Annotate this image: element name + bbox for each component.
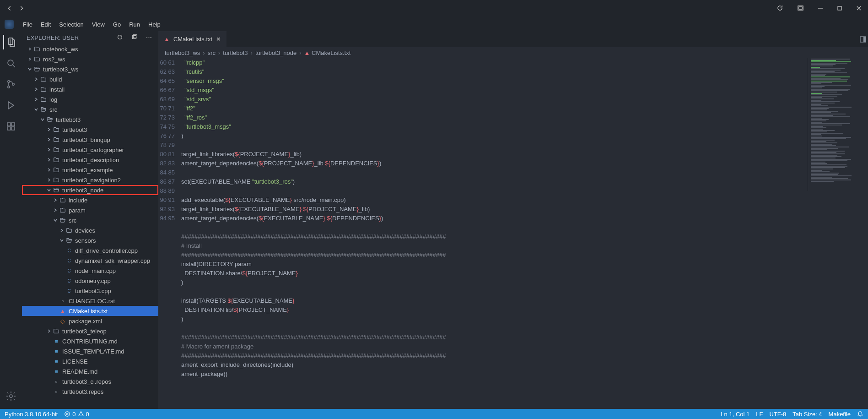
- file-tree[interactable]: notebook_wsros2_wsturtlebot3_wsbuildinst…: [22, 44, 158, 409]
- breadcrumb-segment[interactable]: turtlebot3: [223, 49, 248, 56]
- toggle-panel-icon[interactable]: [857, 34, 868, 46]
- status-problems[interactable]: 0 0: [64, 411, 89, 418]
- minimize-icon[interactable]: [816, 4, 825, 14]
- menu-run[interactable]: Run: [125, 19, 144, 30]
- tab-cmakelists[interactable]: ▲ CMakeLists.txt ✕: [158, 31, 226, 47]
- more-actions-icon[interactable]: ⋯: [144, 32, 154, 44]
- collapse-folders-icon[interactable]: [129, 32, 140, 44]
- tree-item-turtlebot3-repos[interactable]: ▫turtlebot3.repos: [22, 386, 158, 397]
- tree-item-turtlebot3-navigation2[interactable]: turtlebot3_navigation2: [22, 175, 158, 185]
- refresh-explorer-icon[interactable]: [115, 32, 125, 44]
- cmake-file-icon: ▲: [164, 36, 170, 43]
- tree-item-license[interactable]: ≡LICENSE: [22, 356, 158, 366]
- nav-forward-icon[interactable]: [16, 3, 27, 15]
- menu-go[interactable]: Go: [109, 19, 124, 30]
- tree-item-turtlebot3-cpp[interactable]: Cturtlebot3.cpp: [22, 286, 158, 296]
- chevron-icon: [46, 158, 52, 162]
- tree-item-build[interactable]: build: [22, 74, 158, 84]
- menu-view[interactable]: View: [88, 19, 108, 30]
- breadcrumbs[interactable]: turtlebot3_ws›src›turtlebot3›turtlebot3_…: [158, 47, 868, 58]
- source-control-icon[interactable]: [4, 77, 18, 92]
- tree-item-label: notebook_ws: [43, 46, 78, 53]
- reload-icon[interactable]: [775, 3, 785, 15]
- tree-item-turtlebot3-node[interactable]: turtlebot3_node: [22, 185, 158, 195]
- code-editor[interactable]: 60 61 62 63 64 65 66 67 68 69 70 71 72 7…: [158, 58, 868, 409]
- status-encoding[interactable]: UTF-8: [769, 411, 786, 418]
- chevron-icon: [46, 147, 52, 152]
- tree-item-label: diff_drive_controller.cpp: [75, 247, 138, 254]
- menu-edit[interactable]: Edit: [37, 19, 54, 30]
- tree-item-sensors[interactable]: sensors: [22, 235, 158, 245]
- folder-icon: [33, 66, 41, 72]
- chevron-icon: [33, 107, 39, 112]
- tree-item-package-xml[interactable]: ◇package.xml: [22, 316, 158, 326]
- menu-selection[interactable]: Selection: [55, 19, 87, 30]
- svg-rect-3: [838, 6, 841, 10]
- tree-item-dynamixel-sdk-wrapper-cpp[interactable]: Cdynamixel_sdk_wrapper.cpp: [22, 256, 158, 266]
- tree-item-label: turtlebot3: [56, 116, 81, 123]
- chevron-icon: [46, 329, 52, 333]
- tree-item-turtlebot3-ci-repos[interactable]: ▫turtlebot3_ci.repos: [22, 376, 158, 386]
- status-bell-icon[interactable]: [857, 411, 863, 417]
- breadcrumb-segment[interactable]: ▲ CMakeLists.txt: [304, 49, 351, 56]
- breadcrumb-segment[interactable]: turtlebot3_ws: [165, 49, 200, 56]
- tab-label: CMakeLists.txt: [173, 36, 212, 43]
- tree-item-notebook-ws[interactable]: notebook_ws: [22, 44, 158, 54]
- tree-item-turtlebot3-ws[interactable]: turtlebot3_ws: [22, 64, 158, 74]
- extensions-icon[interactable]: [4, 119, 18, 134]
- tree-item-turtlebot3-description[interactable]: turtlebot3_description: [22, 155, 158, 165]
- status-tab-size[interactable]: Tab Size: 4: [793, 411, 822, 418]
- tree-item-turtlebot3-cartographer[interactable]: turtlebot3_cartographer: [22, 145, 158, 155]
- tree-item-src[interactable]: src: [22, 215, 158, 225]
- folder-icon: [39, 96, 48, 103]
- minimap[interactable]: [808, 58, 858, 191]
- menu-file[interactable]: File: [19, 19, 36, 30]
- tree-item-turtlebot3-bringup[interactable]: turtlebot3_bringup: [22, 135, 158, 145]
- tree-item-include[interactable]: include: [22, 195, 158, 205]
- tree-item-label: turtlebot3_ws: [43, 66, 78, 73]
- tree-item-issue-template-md[interactable]: ≡ISSUE_TEMPLATE.md: [22, 346, 158, 356]
- folder-icon: [59, 197, 67, 203]
- menu-help[interactable]: Help: [145, 19, 164, 30]
- tree-item-changelog-rst[interactable]: ▫CHANGELOG.rst: [22, 296, 158, 306]
- tab-close-icon[interactable]: ✕: [216, 36, 221, 43]
- tree-item-diff-drive-controller-cpp[interactable]: Cdiff_drive_controller.cpp: [22, 245, 158, 256]
- tree-item-install[interactable]: install: [22, 84, 158, 94]
- search-icon[interactable]: [4, 56, 18, 71]
- code-content[interactable]: "rclcpp" "rcutils" "sensor_msgs" "std_ms…: [181, 58, 446, 409]
- status-language[interactable]: Makefile: [829, 411, 851, 418]
- status-python[interactable]: Python 3.8.10 64-bit: [5, 411, 58, 418]
- status-ln-col[interactable]: Ln 1, Col 1: [721, 411, 749, 418]
- breadcrumb-segment[interactable]: turtlebot3_node: [255, 49, 297, 56]
- explorer-icon[interactable]: [3, 35, 18, 49]
- settings-gear-icon[interactable]: [4, 389, 18, 403]
- tree-item-odometry-cpp[interactable]: Codometry.cpp: [22, 276, 158, 286]
- tree-item-src[interactable]: src: [22, 104, 158, 114]
- tree-item-turtlebot3-example[interactable]: turtlebot3_example: [22, 165, 158, 175]
- run-debug-icon[interactable]: [4, 98, 18, 113]
- nav-back-icon[interactable]: [5, 3, 15, 15]
- chevron-icon: [52, 218, 59, 223]
- tree-item-node-main-cpp[interactable]: Cnode_main.cpp: [22, 266, 158, 276]
- tree-item-readme-md[interactable]: ≡README.md: [22, 366, 158, 376]
- tree-item-turtlebot3[interactable]: turtlebot3: [22, 114, 158, 125]
- tree-item-label: CONTRIBUTING.md: [62, 338, 118, 345]
- tree-item-ros2-ws[interactable]: ros2_ws: [22, 54, 158, 64]
- maximize-icon[interactable]: [835, 4, 844, 14]
- layout-icon[interactable]: [795, 3, 806, 15]
- folder-icon: [39, 106, 48, 113]
- tree-item-devices[interactable]: devices: [22, 225, 158, 235]
- tree-item-turtlebot3-teleop[interactable]: turtlebot3_teleop: [22, 326, 158, 336]
- close-icon[interactable]: [854, 4, 863, 14]
- folder-icon: [46, 116, 54, 123]
- tree-item-log[interactable]: log: [22, 94, 158, 104]
- tree-item-turtlebot3[interactable]: turtlebot3: [22, 125, 158, 135]
- chevron-icon: [33, 77, 39, 82]
- status-eol[interactable]: LF: [756, 411, 763, 418]
- breadcrumb-segment[interactable]: src: [208, 49, 216, 56]
- tree-item-contributing-md[interactable]: ≡CONTRIBUTING.md: [22, 336, 158, 346]
- folder-icon: [33, 46, 41, 52]
- editor-tabs: ▲ CMakeLists.txt ✕: [158, 31, 868, 47]
- tree-item-param[interactable]: param: [22, 205, 158, 215]
- tree-item-cmakelists-txt[interactable]: ▲CMakeLists.txt: [22, 306, 158, 316]
